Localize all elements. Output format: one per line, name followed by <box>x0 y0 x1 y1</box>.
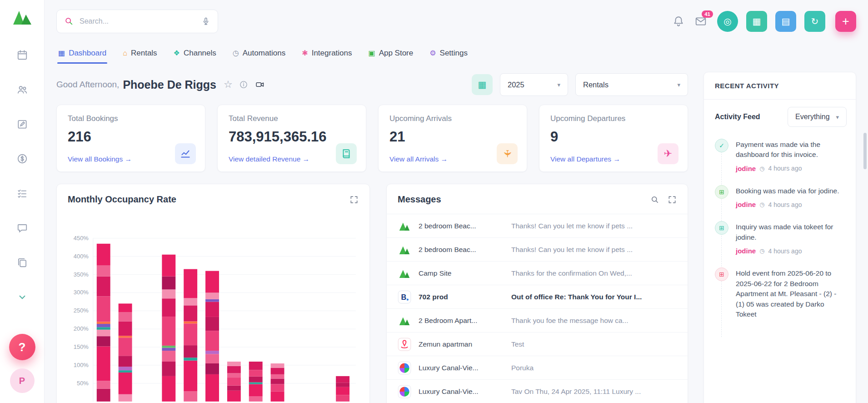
notes-icon[interactable] <box>16 118 28 130</box>
stat-link[interactable]: View all Bookings → <box>68 155 132 163</box>
workspace-app-icon[interactable]: ↻ <box>804 11 825 32</box>
svg-text:250%: 250% <box>74 307 89 314</box>
nav-tab[interactable]: ▣ App Store <box>369 43 414 64</box>
chevron-down-icon: ▾ <box>557 81 560 88</box>
occupancy-title: Monthly Occupancy Rate <box>68 194 176 205</box>
nav-tab[interactable]: ❖ Channels <box>174 43 216 64</box>
occupancy-card: Monthly Occupancy Rate 50%100%150%200%25… <box>56 184 370 403</box>
activity-item-icon: ⊞ <box>715 185 728 199</box>
search-icon <box>64 16 74 26</box>
clock-icon: ◷ <box>759 201 764 208</box>
stat-value: 9 <box>550 129 677 145</box>
favorite-star-icon[interactable]: ☆ <box>224 79 233 91</box>
payments-icon[interactable] <box>16 153 28 165</box>
message-row[interactable]: B 2 Bedroom Apart... Thank you foe the m… <box>387 308 688 332</box>
message-row[interactable]: B Luxury Canal-Vie... Poruka <box>387 356 688 379</box>
info-icon[interactable] <box>239 80 248 89</box>
layout-grid-button[interactable]: ▦ <box>472 74 493 95</box>
content-main-column: Good Afternoon, Phoebe De Riggs ☆ ▦ 2025… <box>56 72 688 403</box>
year-select[interactable]: 2025 ▾ <box>500 73 568 96</box>
video-camera-icon[interactable] <box>254 80 265 89</box>
message-row[interactable]: B 2 bedroom Beac... Thanks! Can you let … <box>387 237 688 261</box>
activity-user-link[interactable]: jodine <box>736 165 756 172</box>
page-scrollbar[interactable] <box>863 133 867 169</box>
nav-tab[interactable]: ⚙ Settings <box>429 43 468 64</box>
message-rental-name: 2 bedroom Beac... <box>419 222 504 230</box>
nav-tab[interactable]: ✱ Integrations <box>302 43 352 64</box>
stat-link[interactable]: View all Departures → <box>550 155 620 163</box>
message-row[interactable]: B 2 bedroom Beac... Thanks! Can you let … <box>387 214 688 237</box>
message-row[interactable]: B Camp Site Thanks for the confirmation … <box>387 261 688 285</box>
activity-text: Payment was made via the dashboard for t… <box>736 140 847 160</box>
pinwheel-channel-icon <box>398 385 411 398</box>
notifications-bell-icon[interactable] <box>673 15 684 27</box>
chat-icon[interactable] <box>16 222 28 234</box>
message-preview: Thanks for the confirmation On Wed,... <box>511 269 677 277</box>
messages-mail-icon[interactable]: 41 <box>694 15 707 27</box>
channel-icon: B <box>398 361 411 375</box>
message-row[interactable]: B Zemun apartman Test <box>387 332 688 356</box>
expand-icon[interactable] <box>668 195 677 204</box>
nav-tab[interactable]: ◷ Automations <box>233 43 285 64</box>
activity-item: ⊞ Inquiry was made via tokeet for jodine… <box>715 221 847 255</box>
stat-value: 21 <box>389 129 516 145</box>
tokeet-channel-icon <box>398 267 411 280</box>
activity-user-link[interactable]: jodine <box>736 201 756 208</box>
activity-filter-value: Everything <box>795 113 830 121</box>
message-preview: Thank you foe the message how ca... <box>511 317 677 325</box>
workspace-app-icon[interactable]: ▦ <box>746 11 767 32</box>
tokeet-channel-icon <box>398 219 411 233</box>
stat-value: 783,915,365.16 <box>229 129 355 145</box>
activity-time: 4 hours ago <box>768 247 802 255</box>
expand-icon[interactable] <box>349 195 359 204</box>
channel-icon: B <box>398 219 411 233</box>
help-button[interactable]: ? <box>9 334 35 360</box>
message-row[interactable]: B Luxury Canal-Vie... Tav On Thu, 24 Apr… <box>387 379 688 403</box>
chevron-down-icon: ▾ <box>836 114 839 121</box>
activity-filter-select[interactable]: Everything ▾ <box>788 107 847 127</box>
message-preview: Thanks! Can you let me know if pets ... <box>511 222 677 230</box>
rentals-select-value: Rentals <box>583 81 609 89</box>
channel-icon: B <box>398 243 411 257</box>
tokeet-logo[interactable] <box>12 8 33 28</box>
workspace-app-icon[interactable]: ▤ <box>775 11 796 32</box>
message-rental-name: Camp Site <box>419 269 504 277</box>
activity-user-link[interactable]: jodine <box>736 247 756 255</box>
activity-item-icon: ⊞ <box>715 221 728 235</box>
stat-link[interactable]: View all Arrivals → <box>389 155 448 163</box>
tokeet-channel-icon <box>398 314 411 327</box>
message-preview: Test <box>511 340 677 348</box>
message-row[interactable]: B 702 prod Out of office Re: Thank You f… <box>387 285 688 308</box>
workspace-app-icon[interactable]: ◎ <box>717 11 738 32</box>
nav-tab[interactable]: ⌂ Rentals <box>123 43 157 64</box>
rentals-select[interactable]: Rentals ▾ <box>575 73 688 96</box>
add-button[interactable]: + <box>835 11 856 32</box>
stat-card: Total Revenue 783,915,365.16 View detail… <box>217 105 366 172</box>
search-box <box>56 10 218 33</box>
microphone-icon[interactable] <box>201 16 210 26</box>
message-rental-name: Luxury Canal-Vie... <box>419 388 504 396</box>
properties-icon[interactable] <box>16 257 28 268</box>
activity-feed: ✓ Payment was made via the dashboard for… <box>704 133 856 342</box>
message-list: B 2 bedroom Beac... Thanks! Can you let … <box>387 214 688 403</box>
guests-icon[interactable] <box>16 84 28 96</box>
nav-tab[interactable]: ▦ Dashboard <box>58 43 106 64</box>
stat-card: Upcoming Departures 9 View all Departure… <box>539 105 688 172</box>
plane-landing-icon: ✈ <box>502 150 512 158</box>
sidebar-nav <box>16 49 28 334</box>
search-icon[interactable] <box>650 195 659 204</box>
stat-title: Total Bookings <box>68 114 194 123</box>
calendar-icon[interactable] <box>16 49 28 61</box>
sidebar-footer: ? P <box>9 334 35 393</box>
occupancy-chart: 50%100%150%200%250%300%350%400%450%JanFe… <box>68 216 359 403</box>
svg-text:450%: 450% <box>74 235 89 242</box>
tasks-icon[interactable] <box>16 187 28 199</box>
search-input[interactable] <box>79 17 197 26</box>
channel-icon: B <box>398 338 411 351</box>
stat-link[interactable]: View detailed Revenue → <box>229 155 309 163</box>
chevron-down-icon[interactable] <box>16 291 28 303</box>
message-preview: Out of office Re: Thank You for Your I..… <box>511 293 677 301</box>
activity-item: ⊞ Booking was made via for jodine. jodin… <box>715 185 847 208</box>
user-avatar[interactable]: P <box>10 368 35 393</box>
airbnb-channel-icon <box>398 338 411 351</box>
